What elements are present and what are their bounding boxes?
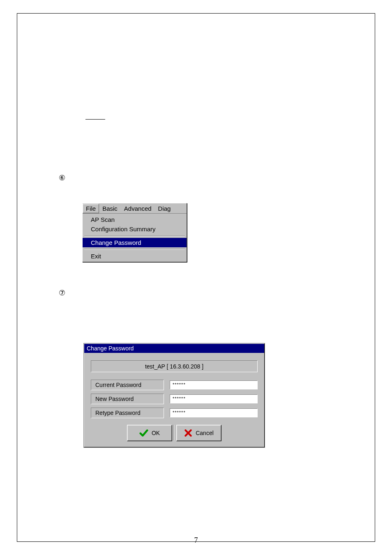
input-retype-password[interactable]: ****** <box>170 408 258 417</box>
input-current-password[interactable]: ****** <box>170 380 258 389</box>
label-new-password: New Password <box>91 394 164 404</box>
row-current-password: Current Password ****** <box>91 380 258 390</box>
cancel-button[interactable]: Cancel <box>176 425 221 441</box>
menubar-item-diag[interactable]: Diag <box>155 204 174 213</box>
dialog-title: Change Password <box>84 344 264 353</box>
list-marker-6: ⑥ <box>59 174 65 182</box>
document-page: ⑥ ⑦ File Basic Advanced Diag AP Scan Con… <box>0 0 392 555</box>
ok-button-label: OK <box>152 430 160 436</box>
row-retype-password: Retype Password ****** <box>91 408 258 418</box>
check-icon <box>139 428 148 438</box>
menu-separator <box>84 235 185 236</box>
horizontal-rule <box>85 119 105 120</box>
label-current-password: Current Password <box>91 380 164 390</box>
menu-item-change-password[interactable]: Change Password <box>83 238 187 247</box>
change-password-dialog: Change Password test_AP [ 16.3.60.208 ] … <box>84 343 265 447</box>
page-border <box>17 13 375 542</box>
row-new-password: New Password ****** <box>91 394 258 404</box>
menubar-item-basic[interactable]: Basic <box>99 204 121 213</box>
label-retype-password: Retype Password <box>91 408 164 418</box>
input-new-password[interactable]: ****** <box>170 394 258 403</box>
list-marker-7: ⑦ <box>59 289 65 297</box>
dialog-buttons: OK Cancel <box>91 425 258 441</box>
cancel-button-label: Cancel <box>196 430 214 436</box>
x-icon <box>184 429 192 437</box>
ok-button[interactable]: OK <box>127 425 172 441</box>
menubar: File Basic Advanced Diag <box>83 203 187 214</box>
menu-separator <box>84 249 185 250</box>
menubar-item-file[interactable]: File <box>83 204 99 213</box>
dialog-body: test_AP [ 16.3.60.208 ] Current Password… <box>84 353 264 447</box>
menu-item-exit[interactable]: Exit <box>83 251 187 261</box>
file-dropdown: AP Scan Configuration Summary Change Pas… <box>83 214 187 262</box>
menu-item-ap-scan[interactable]: AP Scan <box>83 215 187 224</box>
button-separator <box>174 425 175 440</box>
file-menu-window: File Basic Advanced Diag AP Scan Configu… <box>82 203 187 262</box>
host-label: test_AP [ 16.3.60.208 ] <box>91 360 258 372</box>
menubar-item-advanced[interactable]: Advanced <box>121 204 155 213</box>
page-number: 7 <box>0 536 392 545</box>
menu-item-config-summary[interactable]: Configuration Summary <box>83 224 187 234</box>
